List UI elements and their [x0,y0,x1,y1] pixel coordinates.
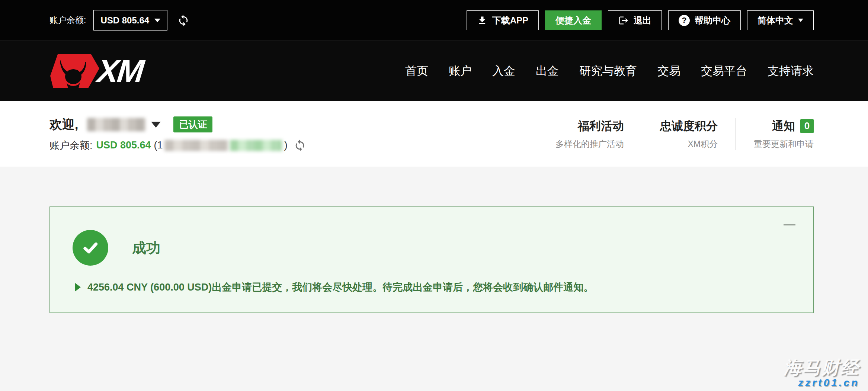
refresh-balance-icon[interactable] [177,14,190,27]
promotions-link[interactable]: 福利活动 多样化的推广活动 [538,118,642,150]
welcome-user-block: 欢迎, 已认证 账户余额: USD 805.64 (1 ) [49,116,306,152]
logout-button[interactable]: 退出 [608,10,662,30]
alert-message: 4256.04 CNY (600.00 USD)出金申请已提交，我们将会尽快处理… [87,281,593,294]
success-alert: 成功 4256.04 CNY (600.00 USD)出金申请已提交，我们将会尽… [49,206,814,313]
xm-logo-text: XM [96,55,144,87]
language-label: 简体中文 [758,15,793,26]
nav-item-home[interactable]: 首页 [405,63,428,79]
alert-title-row: 成功 [73,230,813,266]
quick-deposit-label: 便捷入金 [555,15,591,26]
site-watermark: 海马财经 zzrt01.cn [784,358,859,388]
verified-status-badge: 已认证 [173,116,212,132]
account-balance-dropdown[interactable]: USD 805.64 [93,10,167,31]
watermark-url: zzrt01.cn [784,377,859,388]
loyalty-points-subtitle: XM积分 [660,138,718,150]
download-icon [477,15,487,26]
nav-item-research-education[interactable]: 研究与教育 [579,63,637,79]
topbar-balance-group: 账户余额: USD 805.64 [49,10,190,31]
question-mark-icon: ? [679,15,690,26]
page-content: 成功 4256.04 CNY (600.00 USD)出金申请已提交，我们将会尽… [0,167,868,391]
help-center-label: 帮助中心 [695,15,730,26]
loyalty-points-link[interactable]: 忠诚度积分 XM积分 [642,118,736,150]
welcome-quick-links: 福利活动 多样化的推广活动 忠诚度积分 XM积分 通知 0 重要更新和申请 [538,118,814,150]
user-name-redacted [87,118,146,131]
top-utility-bar: 账户余额: USD 805.64 下载APP 便捷入金 退出 ? 帮助中心 [0,0,868,41]
collapse-alert-button[interactable] [784,224,795,225]
promotions-title: 福利活动 [578,118,624,134]
account-type-redacted [230,140,282,151]
account-balance-label: 账户余额: [49,139,93,152]
chevron-down-icon [798,19,803,22]
welcome-strip: 欢迎, 已认证 账户余额: USD 805.64 (1 ) 福利活动 多样化的推… [0,101,868,167]
user-menu-chevron-icon[interactable] [151,122,161,128]
promotions-subtitle: 多样化的推广活动 [555,138,624,150]
greeting-text: 欢迎, [49,116,78,133]
account-balance-row: 账户余额: USD 805.64 (1 ) [49,139,306,152]
nav-item-deposit[interactable]: 入金 [492,63,515,79]
chevron-down-icon [154,19,160,22]
nav-item-withdraw[interactable]: 出金 [536,63,559,79]
download-app-button[interactable]: 下载APP [467,10,539,30]
nav-item-account[interactable]: 账户 [449,63,472,79]
main-navigation: 首页 账户 入金 出金 研究与教育 交易 交易平台 支持请求 [405,63,814,79]
quick-deposit-button[interactable]: 便捷入金 [545,10,602,30]
help-center-button[interactable]: ? 帮助中心 [668,10,741,30]
xm-logo[interactable]: XM [49,54,142,89]
success-check-icon [73,230,108,266]
nav-item-support[interactable]: 支持请求 [768,63,814,79]
topbar-actions: 下载APP 便捷入金 退出 ? 帮助中心 简体中文 [467,10,814,30]
nav-item-trading[interactable]: 交易 [657,63,680,79]
watermark-brand: 海马财经 [784,358,859,377]
logout-label: 退出 [634,15,651,26]
notifications-link[interactable]: 通知 0 重要更新和申请 [736,118,814,150]
notifications-title: 通知 [772,118,795,134]
alert-title: 成功 [132,238,160,257]
loyalty-points-title: 忠诚度积分 [660,118,718,134]
notifications-subtitle: 重要更新和申请 [754,138,814,150]
logout-icon [618,15,629,26]
account-number-prefix: (1 [154,140,163,151]
account-number-suffix: ) [284,140,288,151]
alert-message-row: 4256.04 CNY (600.00 USD)出金申请已提交，我们将会尽快处理… [75,281,813,294]
main-header: XM 首页 账户 入金 出金 研究与教育 交易 交易平台 支持请求 [0,41,868,101]
account-balance-value: USD 805.64 [100,15,149,26]
download-app-label: 下载APP [492,15,528,26]
refresh-account-icon[interactable] [294,139,306,152]
xm-bull-icon [49,54,100,89]
bullet-triangle-icon [75,283,81,292]
greeting-row: 欢迎, 已认证 [49,116,306,133]
language-selector[interactable]: 简体中文 [747,10,814,30]
topbar-balance-label: 账户余额: [49,15,86,26]
nav-item-platforms[interactable]: 交易平台 [701,63,747,79]
account-balance-amount: USD 805.64 [96,140,151,151]
notifications-count-badge: 0 [800,119,814,133]
account-number-redacted [164,140,228,151]
